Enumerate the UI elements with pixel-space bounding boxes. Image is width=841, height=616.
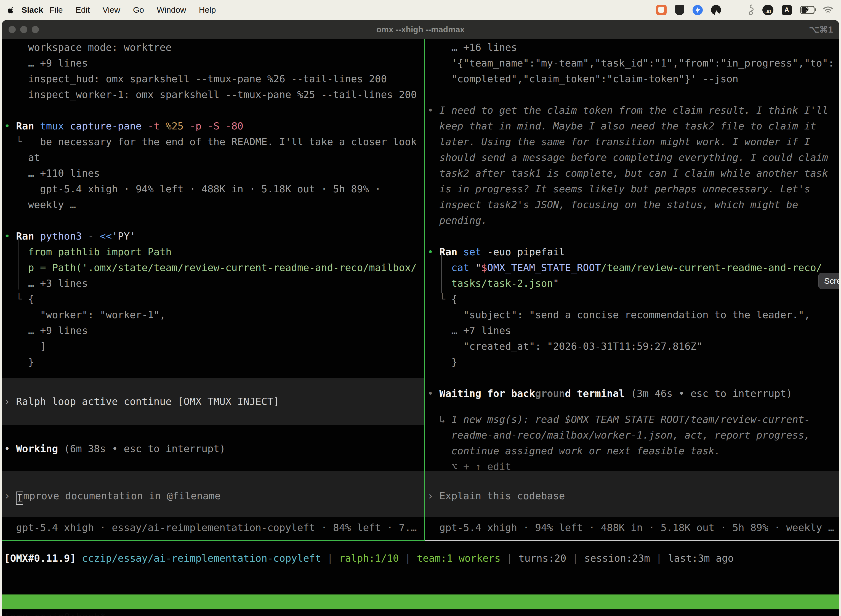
- left-pane[interactable]: workspace_mode: worktree … +9 lines insp…: [2, 39, 424, 616]
- menu-item[interactable]: Go: [133, 5, 144, 15]
- battery-icon[interactable]: [800, 6, 815, 14]
- terminal-line: from pathlib import Path: [4, 244, 424, 260]
- dots-grid-icon[interactable]: [729, 5, 738, 15]
- terminal-line: [428, 370, 839, 386]
- right-pane[interactable]: … +16 lines '{"team_name":"my-team","tas…: [425, 39, 839, 616]
- terminal-line: at: [4, 150, 424, 165]
- ralph-loop-banner-line: › Ralph loop active continue [OMX_TMUX_I…: [2, 393, 424, 409]
- terminal-line: … +7 lines: [428, 323, 839, 338]
- terminal-line: inspect_worker-1: omx sparkshell --tmux-…: [4, 87, 424, 103]
- wifi-icon[interactable]: [823, 6, 833, 14]
- command-output-connector: [441, 253, 442, 293]
- screen-tooltip: Scre: [818, 273, 840, 289]
- terminal-line: cat "$OMX_TEAM_STATE_ROOT/team/review-cu…: [428, 260, 839, 276]
- terminal-line: └ {: [428, 291, 839, 307]
- prompt-placeholder-text: Explain this codebase: [439, 490, 565, 502]
- badge-61-icon[interactable]: ..61: [762, 5, 774, 15]
- ralph-loop-banner: › Ralph loop active continue [OMX_TMUX_I…: [2, 378, 424, 425]
- letter-a-icon[interactable]: A: [782, 5, 792, 15]
- terminal-line: "completed","claim_token":"claim-token"}…: [428, 71, 839, 87]
- tmux-session-label: [omx-cczip0:bash*: [4, 609, 105, 616]
- terminal-line: • I need to get the claim token from the…: [428, 103, 839, 118]
- terminal-line: • Ran python3 - <<'PY': [4, 228, 424, 244]
- text-cursor: I: [16, 491, 23, 505]
- terminal-line: continue assigned work or next feasible …: [428, 443, 839, 459]
- terminal-line: … +9 lines: [4, 323, 424, 338]
- shield-grid-icon[interactable]: [675, 5, 684, 15]
- terminal-line: tasks/task-2.json": [428, 276, 839, 291]
- terminal-line: workspace_mode: worktree: [4, 40, 424, 55]
- terminal-line: inspect task2's JSON, focusing on the st…: [428, 197, 839, 213]
- menu-item[interactable]: View: [103, 5, 120, 15]
- terminal-line: [4, 103, 424, 118]
- chat-app-icon[interactable]: [656, 5, 667, 15]
- prompt-input-right-line[interactable]: › Explain this codebase: [425, 488, 839, 504]
- menu-item[interactable]: Window: [157, 5, 186, 15]
- terminal-line: └ be necessary for the end of the README…: [4, 134, 424, 150]
- mailbox-message-block: ↳ 1 new msg(s): read $OMX_TEAM_STATE_ROO…: [425, 412, 839, 474]
- terminal-line: … +3 lines: [4, 276, 424, 291]
- terminal-line: weekly …: [4, 197, 424, 213]
- prompt-input-right[interactable]: › Explain this codebase: [425, 471, 839, 517]
- terminal-line: later. Using the same for transition mig…: [428, 134, 839, 150]
- terminal-line: task2 after task1 is complete, but can I…: [428, 165, 839, 181]
- session-status-right: gpt-5.4 xhigh · 94% left · 488K in · 5.1…: [425, 520, 839, 535]
- terminal-line: • Waiting for background terminal (3m 46…: [428, 386, 839, 401]
- ralph-loop-banner-text: Ralph loop active continue [OMX_TMUX_INJ…: [16, 396, 279, 407]
- window-shortcut: ⌥⌘1: [809, 20, 833, 39]
- terminal-line: '{"team_name":"my-team","task_id":"1","f…: [428, 55, 839, 71]
- right-pane-output: … +16 lines '{"team_name":"my-team","tas…: [425, 39, 839, 401]
- pie-icon[interactable]: [711, 5, 721, 15]
- terminal-line: [4, 213, 424, 228]
- active-pane-border: [2, 540, 425, 541]
- left-pane-output: workspace_mode: worktree … +9 lines insp…: [2, 39, 424, 370]
- hook-icon[interactable]: [747, 4, 754, 16]
- window-title: omx --xhigh --madmax: [2, 20, 839, 39]
- chevron-prompt-icon: ›: [4, 490, 16, 502]
- inactive-pane-border: [425, 540, 839, 541]
- terminal-line: … +16 lines: [428, 40, 839, 55]
- terminal-line: └ {: [4, 291, 424, 307]
- prompt-input-left-line[interactable]: › Improve documentation in @filename: [2, 488, 424, 504]
- menu-item[interactable]: File: [49, 5, 63, 15]
- tmux-status-bar: [omx-cczip0:bash* "MacBook-Pro-44.local"…: [2, 594, 839, 609]
- menu-items: FileEditViewGoWindowHelp: [49, 5, 216, 15]
- terminal-line: inspect_hud: omx sparkshell --tmux-pane …: [4, 71, 424, 87]
- menubar-status-icons: ..61 A: [656, 4, 833, 16]
- working-status-line: • Working (6m 38s • esc to interrupt): [2, 441, 424, 456]
- terminal-line: • Ran set -euo pipefail: [428, 244, 839, 260]
- macos-menu-bar: Slack FileEditViewGoWindowHelp ..61 A: [0, 0, 841, 20]
- prompt-input-left[interactable]: › Improve documentation in @filename: [2, 471, 424, 517]
- terminal-line: keep that in mind. Maybe I also need the…: [428, 118, 839, 134]
- terminal-line: should send a message before completing …: [428, 150, 839, 165]
- terminal-line: … +9 lines: [4, 55, 424, 71]
- terminal-line: "subject": "send a concise recommendatio…: [428, 307, 839, 323]
- chevron-prompt-icon: ›: [4, 396, 16, 407]
- menu-item[interactable]: Edit: [76, 5, 90, 15]
- terminal-line: "created_at": "2026-03-31T11:59:27.816Z": [428, 338, 839, 354]
- terminal-window: omx --xhigh --madmax ⌥⌘1 workspace_mode:…: [1, 20, 840, 616]
- terminal-line: p = Path('.omx/state/team/review-current…: [4, 260, 424, 276]
- terminal-line: ]: [4, 338, 424, 354]
- terminal-line: pending.: [428, 213, 839, 228]
- active-app-name[interactable]: Slack: [22, 5, 43, 15]
- terminal-line: readme-and-reco/mailbox/worker-1.json, a…: [428, 427, 839, 443]
- badge-61-label: ..61: [764, 9, 771, 14]
- session-status-left: gpt-5.4 xhigh · essay/ai-reimplementatio…: [2, 520, 424, 535]
- terminal-line: }: [428, 354, 839, 370]
- command-output-connector: [18, 237, 19, 289]
- terminal-content: workspace_mode: worktree … +9 lines insp…: [2, 39, 839, 616]
- battery-nub: [815, 8, 816, 11]
- terminal-line: }: [4, 354, 424, 370]
- chevron-prompt-icon: ›: [428, 490, 439, 502]
- terminal-line: [428, 87, 839, 103]
- blue-bolt-icon[interactable]: [693, 5, 703, 15]
- menu-item[interactable]: Help: [199, 5, 216, 15]
- terminal-line: "worker": "worker-1",: [4, 307, 424, 323]
- window-titlebar[interactable]: omx --xhigh --madmax ⌥⌘1: [2, 20, 839, 39]
- terminal-line: gpt-5.4 xhigh · 94% left · 488K in · 5.1…: [4, 181, 424, 197]
- chat-bubble-shape: [658, 7, 664, 13]
- apple-menu-icon[interactable]: [8, 6, 15, 14]
- terminal-line: ↳ 1 new msg(s): read $OMX_TEAM_STATE_ROO…: [428, 412, 839, 427]
- terminal-line: [428, 228, 839, 244]
